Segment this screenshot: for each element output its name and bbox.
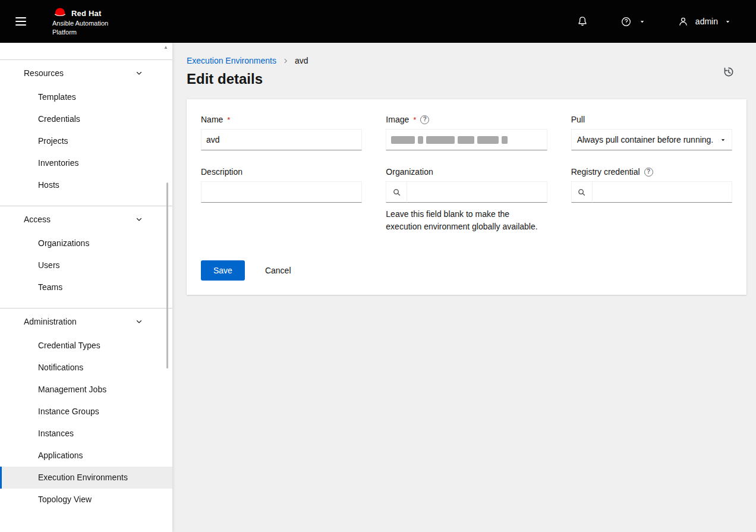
sidebar-item-execution-environments[interactable]: Execution Environments bbox=[0, 467, 172, 489]
sidebar-item-topology-view[interactable]: Topology View bbox=[0, 489, 172, 511]
main-content: Execution Environments avd Edit details bbox=[172, 43, 756, 532]
pull-selected-value: Always pull container before running. bbox=[577, 135, 714, 144]
name-input[interactable] bbox=[201, 129, 362, 150]
description-field-group: Description bbox=[201, 167, 362, 233]
sidebar-item-applications[interactable]: Applications bbox=[0, 445, 172, 467]
breadcrumb-link-execution-environments[interactable]: Execution Environments bbox=[187, 56, 276, 65]
question-circle-icon bbox=[620, 16, 632, 27]
image-input[interactable] bbox=[386, 129, 547, 150]
sidebar-group-resources[interactable]: Resources bbox=[0, 60, 172, 86]
sidebar-item-hosts[interactable]: Hosts bbox=[0, 174, 172, 196]
description-label: Description bbox=[201, 167, 242, 177]
save-button[interactable]: Save bbox=[201, 260, 245, 281]
redacted-block bbox=[418, 136, 423, 144]
sidebar-item-notifications[interactable]: Notifications bbox=[0, 357, 172, 379]
breadcrumb: Execution Environments avd bbox=[187, 56, 308, 65]
nav-toggle-button[interactable] bbox=[10, 11, 32, 32]
sidebar-item-management-jobs[interactable]: Management Jobs bbox=[0, 379, 172, 401]
view-activity-history-button[interactable] bbox=[719, 62, 738, 81]
caret-down-icon bbox=[724, 18, 731, 25]
nav-group-label: Access bbox=[24, 215, 51, 224]
image-field-group: Image * ? bbox=[386, 115, 547, 150]
search-icon bbox=[392, 188, 401, 197]
user-name-label: admin bbox=[695, 17, 718, 26]
form-actions: Save Cancel bbox=[201, 260, 732, 281]
description-input[interactable] bbox=[201, 181, 362, 203]
organization-helper-text: Leave this field blank to make the execu… bbox=[386, 208, 547, 233]
name-label: Name bbox=[201, 115, 223, 124]
registry-credential-input[interactable] bbox=[593, 181, 732, 203]
user-icon bbox=[678, 16, 689, 27]
chevron-right-icon bbox=[282, 58, 289, 64]
organization-field-group: Organization Leave this field blank to m… bbox=[386, 167, 547, 233]
sidebar-item-instances[interactable]: Instances bbox=[0, 423, 172, 445]
edit-details-form: Name * Image * ? bbox=[201, 115, 732, 233]
required-asterisk: * bbox=[227, 115, 230, 124]
sidebar-item-projects[interactable]: Projects bbox=[0, 130, 172, 152]
hamburger-icon bbox=[15, 24, 26, 26]
nav-group-label: Administration bbox=[24, 317, 77, 326]
sidebar-item-teams[interactable]: Teams bbox=[0, 276, 172, 298]
page-header: Execution Environments avd Edit details bbox=[172, 43, 756, 98]
image-label: Image bbox=[386, 115, 409, 124]
sidebar-item-users[interactable]: Users bbox=[0, 254, 172, 276]
redacted-block bbox=[458, 136, 474, 144]
pull-label: Pull bbox=[571, 115, 585, 124]
page-title: Edit details bbox=[187, 71, 308, 87]
scrollbar-up-arrow-icon[interactable]: ▲ bbox=[163, 45, 168, 50]
pull-select[interactable]: Always pull container before running. bbox=[571, 129, 732, 150]
nav-group-access: Access Organizations Users Teams bbox=[0, 206, 172, 298]
sidebar-item-templates[interactable]: Templates bbox=[0, 86, 172, 108]
sidebar-item-organizations[interactable]: Organizations bbox=[0, 232, 172, 254]
sidebar-item-inventories[interactable]: Inventories bbox=[0, 152, 172, 174]
breadcrumb-current: avd bbox=[295, 56, 308, 65]
nav-group-resources: Resources Templates Credentials Projects… bbox=[0, 59, 172, 196]
masthead-toolbar: admin bbox=[573, 12, 735, 31]
sidebar-group-access[interactable]: Access bbox=[0, 206, 172, 232]
registry-credential-label: Registry credential bbox=[571, 167, 640, 177]
pull-field-group: Pull Always pull container before runnin… bbox=[571, 115, 732, 150]
masthead: Red Hat Ansible Automation Platform bbox=[0, 0, 756, 43]
chevron-down-icon bbox=[136, 318, 143, 325]
redacted-block bbox=[391, 136, 415, 144]
chevron-down-icon bbox=[136, 70, 143, 77]
caret-down-icon bbox=[639, 18, 645, 25]
sidebar-item-credentials[interactable]: Credentials bbox=[0, 108, 172, 130]
sidebar-item-credential-types[interactable]: Credential Types bbox=[0, 335, 172, 357]
red-hat-logo-icon bbox=[52, 7, 68, 18]
user-menu-button[interactable]: admin bbox=[674, 12, 735, 31]
redacted-block bbox=[477, 136, 499, 144]
image-help-icon[interactable]: ? bbox=[420, 115, 429, 124]
help-menu-button[interactable] bbox=[617, 12, 649, 31]
organization-search-button[interactable] bbox=[386, 181, 407, 203]
brand-logo[interactable]: Red Hat Ansible Automation Platform bbox=[52, 7, 128, 36]
nav-group-administration: Administration Credential Types Notifica… bbox=[0, 308, 172, 511]
cancel-button[interactable]: Cancel bbox=[265, 260, 291, 281]
sidebar-nav: Resources Templates Credentials Projects… bbox=[0, 43, 172, 532]
redacted-block bbox=[426, 136, 455, 144]
hamburger-icon bbox=[15, 21, 26, 23]
brand-title: Red Hat bbox=[71, 9, 102, 18]
nav-group-label: Resources bbox=[24, 68, 64, 78]
bell-icon bbox=[577, 15, 588, 27]
organization-label: Organization bbox=[386, 167, 433, 177]
chevron-down-icon bbox=[136, 216, 143, 223]
redacted-block bbox=[502, 136, 508, 144]
brand-subtitle: Ansible Automation Platform bbox=[52, 19, 128, 36]
notifications-button[interactable] bbox=[573, 12, 592, 31]
registry-credential-field-group: Registry credential ? bbox=[571, 167, 732, 233]
hamburger-icon bbox=[15, 17, 26, 19]
sidebar-group-administration[interactable]: Administration bbox=[0, 309, 172, 335]
registry-credential-search-button[interactable] bbox=[571, 181, 593, 203]
required-asterisk: * bbox=[413, 115, 416, 124]
registry-credential-help-icon[interactable]: ? bbox=[644, 168, 653, 177]
sidebar-item-instance-groups[interactable]: Instance Groups bbox=[0, 401, 172, 423]
search-icon bbox=[577, 188, 586, 197]
edit-details-card: Name * Image * ? bbox=[187, 99, 746, 295]
caret-down-icon bbox=[720, 137, 726, 143]
sidebar-scrollbar[interactable] bbox=[166, 182, 168, 369]
history-icon bbox=[723, 66, 735, 78]
organization-input[interactable] bbox=[407, 181, 547, 203]
name-field-group: Name * bbox=[201, 115, 362, 150]
